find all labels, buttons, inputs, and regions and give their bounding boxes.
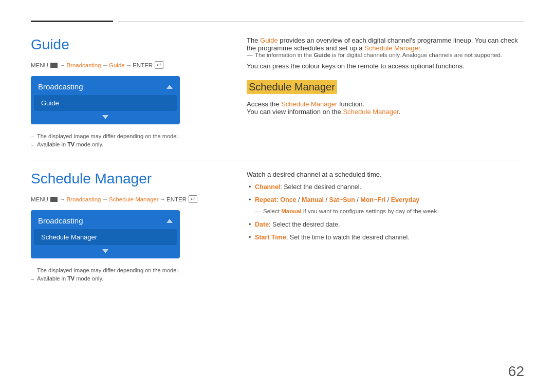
schedule-menu-path: MENU → Broadcasting → Schedule Manager →… [31,195,226,203]
guide-note-1: The displayed image may differ depending… [31,133,226,139]
guide-link-1: Guide [260,36,278,44]
schedule-note-2-post: mode only. [75,275,103,282]
left-col-schedule: Schedule Manager MENU → Broadcasting → S… [31,171,226,284]
bottom-section: Schedule Manager MENU → Broadcasting → S… [31,171,524,284]
guide-tv-ui-item: Guide [34,95,177,111]
manual-note: Select Manual if you want to configure s… [255,207,524,216]
schedule-tv-ui-footer [31,245,180,254]
sm-menu-arrow3: → [160,196,166,202]
schedule-note-2: Available in TV mode only. [31,275,226,282]
slash1: / [297,196,302,203]
guide-title: Guide [31,36,226,53]
guide-desc-para1: The Guide provides an overview of each d… [247,36,524,52]
sm-menu-enter: ENTER [166,196,187,202]
manual-label: Manual [302,196,324,203]
page-number: 62 [508,363,524,380]
right-col-schedule: Watch a desired channel at a scheduled t… [247,171,524,284]
schedule-tv-ui-header: Broadcasting [31,214,180,229]
guide-bold-inline: Guide [313,52,330,58]
guide-tv-ui-box: Broadcasting Guide [31,76,180,124]
start-time-label: Start Time [255,234,286,241]
schedule-tv-header-title: Broadcasting [38,216,83,225]
access-schedule-manager: Access the Schedule Manager function. [247,100,524,108]
date-label: Date [255,221,269,228]
menu-arrow3: → [126,62,132,68]
schedule-note-1: The displayed image may differ depending… [31,267,226,273]
schedule-note-2-pre: Available in [37,275,67,282]
top-rule-thin [118,21,524,22]
page-container: Guide MENU → Broadcasting → Guide → ENTE… [0,0,555,392]
channel-label: Channel [255,183,280,191]
sm-menu-label: MENU [31,196,48,202]
sm-menu-schedule: Schedule Manager [109,196,159,202]
guide-note-2-bold: TV [67,141,75,147]
menu-icon [50,63,58,68]
schedule-manager-link-1: Schedule Manager [364,44,420,52]
schedule-tv-ui-box: Broadcasting Schedule Manager [31,210,180,258]
guide-colour-keys: You can press the colour keys on the rem… [247,62,524,70]
schedule-tv-ui-item: Schedule Manager [34,229,177,245]
start-time-text: : Set the time to watch the desired chan… [286,234,410,241]
bullet-repeat: Repeat: Once / Manual / Sat~Sun / Mon~Fr… [247,195,524,216]
schedule-bullet-list: Channel: Select the desired channel. Rep… [247,182,524,242]
menu-arrow1: → [60,62,66,68]
schedule-notes: The displayed image may differ depending… [31,267,226,282]
sections-wrapper: Guide MENU → Broadcasting → Guide → ENTE… [31,36,524,284]
tv-divider-schedule [31,262,118,262]
sm-chevron-down-icon [102,249,108,253]
guide-note-dash: The information in the Guide is for digi… [247,52,524,58]
top-rule-thick [31,21,113,22]
guide-note-2: Available in TV mode only. [31,141,226,147]
slash4: / [385,196,391,203]
guide-tv-ui-header: Broadcasting [31,80,180,95]
chevron-up-icon [166,85,173,89]
menu-guide: Guide [109,62,125,68]
menu-label: MENU [31,62,48,68]
sm-menu-arrow1: → [60,196,66,202]
guide-tv-header-title: Broadcasting [38,82,83,91]
tv-divider-guide [31,127,118,128]
bullet-channel: Channel: Select the desired channel. [247,182,524,192]
schedule-manager-link-2: Schedule Manager [281,100,337,108]
mon-fri-label: Mon~Fri [360,196,385,203]
sm-enter-icon: ↵ [189,195,197,203]
menu-broadcasting: Broadcasting [66,62,101,68]
top-section: Guide MENU → Broadcasting → Guide → ENTE… [31,36,524,150]
schedule-note-2-bold: TV [67,275,75,282]
channel-text: : Select the desired channel. [280,183,361,191]
sm-menu-arrow2: → [102,196,108,202]
bullet-date: Date: Select the desired date. [247,220,524,230]
manual-bold: Manual [281,208,302,214]
guide-tv-ui-footer [31,111,180,120]
schedule-manager-heading: Schedule Manager [247,80,337,94]
guide-note-1-text: The displayed image may differ depending… [37,133,179,139]
section-divider [31,160,524,160]
schedule-manager-link-3: Schedule Manager [343,108,398,116]
guide-menu-path: MENU → Broadcasting → Guide → ENTER ↵ [31,61,226,69]
right-col-guide: The Guide provides an overview of each d… [247,36,524,150]
slash3: / [355,196,360,203]
guide-note-2-pre: Available in [37,141,67,147]
menu-arrow2: → [102,62,108,68]
menu-enter: ENTER [133,62,153,68]
view-schedule-manager: You can view information on the Schedule… [247,108,524,116]
slash2: / [324,196,329,203]
date-text: : Select the desired date. [269,221,340,228]
guide-notes: The displayed image may differ depending… [31,133,226,147]
repeat-once-label: Repeat: Once [255,196,297,203]
schedule-note-1-text: The displayed image may differ depending… [37,267,179,273]
chevron-down-icon [102,115,108,119]
left-col-guide: Guide MENU → Broadcasting → Guide → ENTE… [31,36,226,150]
enter-icon: ↵ [155,61,163,69]
guide-note-2-post: mode only. [75,141,103,147]
top-rule [31,21,524,22]
sm-menu-broadcasting: Broadcasting [66,196,101,202]
sm-menu-icon [50,197,58,202]
sm-chevron-up-icon [166,219,173,223]
everyday-label: Everyday [391,196,420,203]
schedule-manager-title: Schedule Manager [31,171,226,187]
bullet-start-time: Start Time: Set the time to watch the de… [247,233,524,242]
sat-sun-label: Sat~Sun [329,196,355,203]
schedule-intro: Watch a desired channel at a scheduled t… [247,171,524,178]
